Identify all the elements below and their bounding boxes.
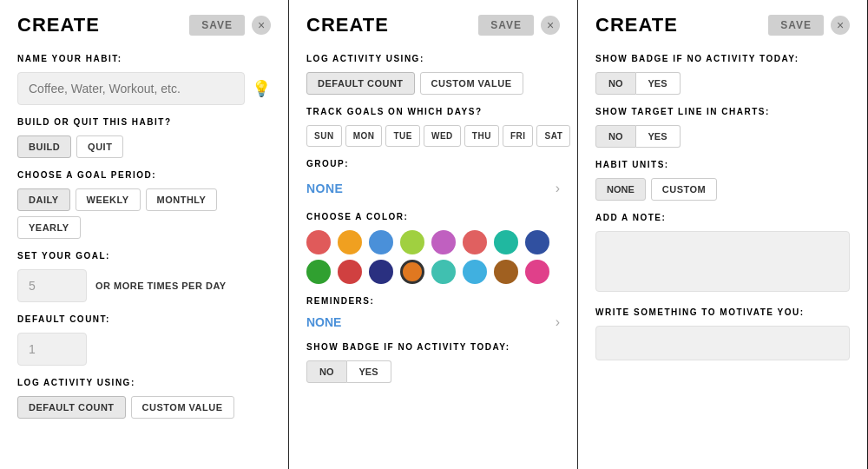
show-badge-group-2: NO YES <box>306 360 560 383</box>
mon-btn[interactable]: MON <box>345 125 383 147</box>
panel-3-title: CREATE <box>595 14 678 36</box>
set-goal-label: SET YOUR GOAL: <box>17 251 271 261</box>
chevron-reminders-icon: › <box>556 314 560 330</box>
goal-input[interactable] <box>17 269 87 302</box>
chevron-right-icon: › <box>556 181 560 196</box>
group-label: GROUP: <box>306 159 560 168</box>
log-activity-label-2: LOG ACTIVITY USING: <box>306 54 560 63</box>
habit-units-label: HABIT UNITS: <box>595 160 850 169</box>
panel-1-header: CREATE SAVE × <box>17 14 271 36</box>
daily-button[interactable]: DAILY <box>17 188 70 211</box>
fri-btn[interactable]: FRI <box>503 125 534 147</box>
tue-btn[interactable]: TUE <box>385 125 420 147</box>
weekly-button[interactable]: WEEKLY <box>76 188 141 211</box>
group-select[interactable]: NONE › <box>306 177 560 200</box>
motivate-input[interactable] <box>595 326 850 360</box>
panel-3-save-button[interactable]: SAVE <box>768 15 824 36</box>
habit-units-group: NONE CUSTOM <box>595 178 850 201</box>
color-lime[interactable] <box>400 230 424 254</box>
panel-2: CREATE SAVE × LOG ACTIVITY USING: DEFAUL… <box>289 0 578 469</box>
build-quit-group: BUILD QUIT <box>17 135 271 158</box>
goal-suffix: OR MORE TIMES PER DAY <box>95 281 227 291</box>
color-pink[interactable] <box>525 260 549 284</box>
color-brown[interactable] <box>494 260 518 284</box>
name-input-row: 💡 <box>17 72 271 105</box>
yes-target-btn[interactable]: YES <box>636 125 681 148</box>
custom-value-btn-1[interactable]: CUSTOM VALUE <box>131 396 234 419</box>
color-cyan[interactable] <box>431 260 456 284</box>
color-teal[interactable] <box>494 230 518 254</box>
show-badge-group-3: NO YES <box>595 72 850 95</box>
panel-2-save-button[interactable]: SAVE <box>478 15 534 36</box>
build-quit-label: BUILD OR QUIT THIS HABIT? <box>17 117 271 127</box>
color-purple[interactable] <box>431 230 456 254</box>
goal-period-group: DAILY WEEKLY MONTHLY YEARLY <box>17 188 271 239</box>
panel-2-header: CREATE SAVE × <box>306 14 560 36</box>
color-red[interactable] <box>306 230 331 254</box>
yes-btn-3[interactable]: YES <box>636 72 681 95</box>
color-blue[interactable] <box>369 230 393 254</box>
target-line-group: NO YES <box>595 125 850 148</box>
no-btn-3[interactable]: NO <box>595 72 636 95</box>
color-orange[interactable] <box>338 230 362 254</box>
name-input[interactable] <box>17 72 245 105</box>
color-row-1 <box>306 230 560 254</box>
close-icon-2: × <box>547 18 554 32</box>
add-note-label: ADD A NOTE: <box>595 213 850 222</box>
panel-1-save-button[interactable]: SAVE <box>189 15 245 36</box>
color-dark-blue[interactable] <box>369 260 393 284</box>
color-crimson[interactable] <box>338 260 362 284</box>
yearly-button[interactable]: YEARLY <box>17 216 81 239</box>
sun-btn[interactable]: SUN <box>306 125 342 147</box>
group-value: NONE <box>306 182 343 195</box>
default-count-btn-1[interactable]: DEFAULT COUNT <box>17 396 126 419</box>
log-activity-group-1: DEFAULT COUNT CUSTOM VALUE <box>17 396 271 419</box>
color-green[interactable] <box>306 260 331 284</box>
panel-2-title: CREATE <box>306 14 389 36</box>
custom-units-btn[interactable]: CUSTOM <box>651 178 717 201</box>
build-button[interactable]: BUILD <box>17 135 71 158</box>
panel-1-close-button[interactable]: × <box>252 16 271 35</box>
track-goals-label: TRACK GOALS ON WHICH DAYS? <box>306 107 560 116</box>
color-sky[interactable] <box>463 260 487 284</box>
sat-btn[interactable]: SAT <box>536 125 570 147</box>
custom-value-btn-2[interactable]: CUSTOM VALUE <box>420 72 523 95</box>
name-label: NAME YOUR HABIT: <box>17 54 271 63</box>
reminders-label: REMINDERS: <box>306 296 560 306</box>
color-amber-selected[interactable] <box>400 260 424 284</box>
none-units-btn[interactable]: NONE <box>595 178 646 201</box>
show-badge-label-2: SHOW BADGE IF NO ACTIVITY TODAY: <box>306 342 560 352</box>
no-target-btn[interactable]: NO <box>595 125 636 148</box>
reminders-row[interactable]: NONE › <box>306 314 560 330</box>
panel-1: CREATE SAVE × NAME YOUR HABIT: 💡 BUILD O… <box>0 0 289 469</box>
add-note-input[interactable] <box>595 231 850 292</box>
show-badge-label-3: SHOW BADGE IF NO ACTIVITY TODAY: <box>595 54 850 63</box>
panel-3-header-right: SAVE × <box>768 15 850 36</box>
no-btn-2[interactable]: NO <box>306 360 347 383</box>
close-icon: × <box>258 18 265 32</box>
panel-1-title: CREATE <box>17 14 100 36</box>
color-salmon[interactable] <box>463 230 487 254</box>
log-activity-label-1: LOG ACTIVITY USING: <box>17 378 271 387</box>
log-activity-group-2: DEFAULT COUNT CUSTOM VALUE <box>306 72 560 95</box>
reminders-value: NONE <box>306 315 341 329</box>
color-grid <box>306 230 560 284</box>
panel-2-header-right: SAVE × <box>478 15 560 36</box>
monthly-button[interactable]: MONTHLY <box>146 188 218 211</box>
lightbulb-icon: 💡 <box>252 79 271 98</box>
goal-row: OR MORE TIMES PER DAY <box>17 269 271 302</box>
default-count-input[interactable] <box>17 333 87 366</box>
color-row-2 <box>306 260 560 284</box>
default-count-btn-2[interactable]: DEFAULT COUNT <box>306 72 415 95</box>
close-icon-3: × <box>837 18 844 32</box>
target-line-label: SHOW TARGET LINE IN CHARTS: <box>595 107 850 116</box>
panel-3-header: CREATE SAVE × <box>595 14 850 36</box>
panel-2-close-button[interactable]: × <box>541 16 560 35</box>
wed-btn[interactable]: WED <box>424 125 461 147</box>
quit-button[interactable]: QUIT <box>76 135 123 158</box>
panel-3-close-button[interactable]: × <box>831 16 850 35</box>
choose-color-label: CHOOSE A COLOR: <box>306 212 560 221</box>
thu-btn[interactable]: THU <box>464 125 499 147</box>
yes-btn-2[interactable]: YES <box>347 360 391 383</box>
color-navy[interactable] <box>525 230 549 254</box>
